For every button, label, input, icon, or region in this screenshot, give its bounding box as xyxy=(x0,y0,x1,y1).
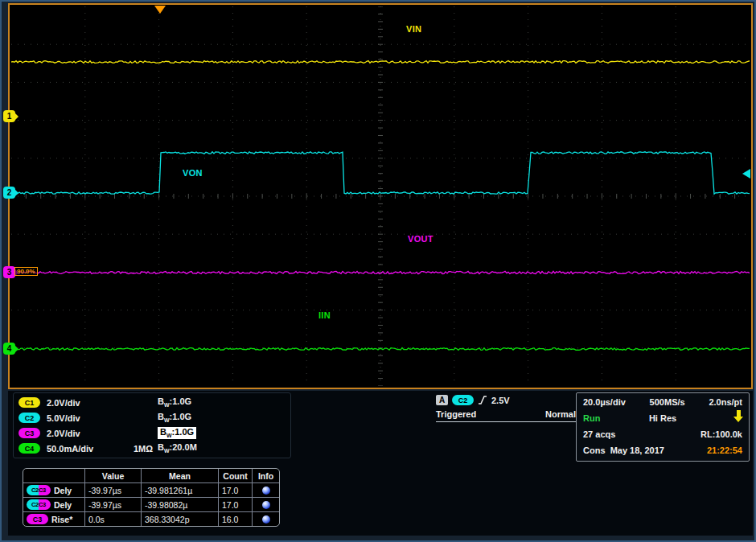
measurement-table: Value Mean Count Info C2C3 Dely -39.97µs… xyxy=(23,468,280,527)
ch2-right-edge-indicator-icon xyxy=(738,169,750,179)
trace-vout xyxy=(11,271,750,273)
channel-3-badge[interactable]: 3 xyxy=(3,266,15,278)
trace-label-vout: VOUT xyxy=(408,234,433,244)
c1-scale: 2.0V/div xyxy=(47,398,124,408)
measurement-info[interactable] xyxy=(252,497,279,511)
measurement-count: 17.0 xyxy=(218,497,252,511)
measurement-mean: -39.98082µ xyxy=(141,497,218,511)
col-header-info: Info xyxy=(252,469,279,482)
channel-4-badge[interactable]: 4 xyxy=(3,343,15,355)
measurement-value: -39.97µs xyxy=(84,482,141,497)
col-header-count: Count xyxy=(218,469,252,482)
measurement-row-label[interactable]: C3 Rise* xyxy=(23,511,84,526)
c2c3-badge: C2C3 xyxy=(27,485,51,495)
timebase-row: 20.0µs/div 500MS/s 2.0ns/pt xyxy=(583,394,742,410)
info-icon[interactable] xyxy=(262,501,270,509)
info-icon[interactable] xyxy=(262,515,270,524)
trigger-level: 2.5V xyxy=(491,396,510,405)
channel-2-badge[interactable]: 2 xyxy=(3,187,15,199)
horizontal-acquisition-panel[interactable]: 20.0µs/div 500MS/s 2.0ns/pt Run Hi Res 2… xyxy=(576,392,750,462)
trace-label-iin: IIN xyxy=(318,310,331,320)
c2-scale: 5.0V/div xyxy=(47,413,124,423)
trigger-a-badge: A xyxy=(436,395,448,405)
channel-1-marker[interactable]: 1 xyxy=(3,110,23,122)
c4-bandwidth: BW:20.0M xyxy=(158,442,197,454)
measurement-count: 16.0 xyxy=(218,511,252,526)
measurement-count: 17.0 xyxy=(218,482,252,497)
channel-readout-c4[interactable]: C4 50.0mA/div 1MΩ BW:20.0M xyxy=(18,441,286,456)
trigger-position-marker[interactable] xyxy=(154,6,166,14)
measurement-info[interactable] xyxy=(252,482,279,497)
waveform-graticule xyxy=(11,6,750,386)
c3-badge: C3 xyxy=(27,514,48,524)
c1-bandwidth: BW:1.0G xyxy=(158,396,191,408)
measurement-info[interactable] xyxy=(252,511,279,526)
channel-2-arrow-icon xyxy=(14,189,23,197)
cons-date: Cons May 18, 2017 xyxy=(583,446,664,455)
run-status: Run xyxy=(583,413,600,423)
status-bar: C1 2.0V/div BW:1.0G C2 5.0V/div BW:1.0G … xyxy=(8,391,753,536)
reference-level-annotation: 90.0% xyxy=(14,267,38,276)
c4-impedance: 1MΩ xyxy=(124,444,153,454)
col-header-mean: Mean xyxy=(141,469,218,482)
channel-readouts-panel: C1 2.0V/div BW:1.0G C2 5.0V/div BW:1.0G … xyxy=(13,392,291,458)
c4-scale: 50.0mA/div xyxy=(47,444,124,454)
acq-count-row: 27 acqs RL:100.0k xyxy=(583,426,742,442)
c3-scale: 2.0V/div xyxy=(47,429,124,438)
c3-bandwidth-selected[interactable]: BW:1.0G xyxy=(158,427,196,438)
trigger-status-row: Triggered Normal xyxy=(436,407,577,422)
trigger-status: Triggered xyxy=(436,409,476,419)
channel-4-arrow-icon xyxy=(14,345,23,353)
c2-bandwidth: BW:1.0G xyxy=(158,412,191,423)
measurement-name: Dely xyxy=(54,486,72,495)
marker-down-icon xyxy=(737,410,741,417)
measurement-value: 0.0s xyxy=(84,511,141,526)
rising-edge-icon xyxy=(478,395,487,405)
channel-2-marker[interactable]: 2 xyxy=(3,187,23,199)
channel-1-badge[interactable]: 1 xyxy=(3,110,15,122)
c4-badge[interactable]: C4 xyxy=(18,443,40,454)
trace-label-vin: VIN xyxy=(406,24,421,34)
col-header-value: Value xyxy=(84,469,141,482)
trigger-source-badge[interactable]: C2 xyxy=(452,395,474,405)
oscilloscope-screen: 1 2 3 4 90.0% VIN VON VOUT IIN C1 2.0V/d… xyxy=(0,0,756,542)
col-header-blank xyxy=(23,469,84,482)
channel-readout-c1[interactable]: C1 2.0V/div BW:1.0G xyxy=(18,395,286,410)
measurement-mean: 368.33042p xyxy=(141,511,218,526)
c2-badge[interactable]: C2 xyxy=(18,413,40,423)
sample-resolution: 2.0ns/pt xyxy=(709,397,742,407)
timebase: 20.0µs/div xyxy=(583,397,626,407)
trigger-mode: Normal xyxy=(545,409,576,419)
measurement-mean: -39.981261µ xyxy=(141,482,218,497)
c1-badge[interactable]: C1 xyxy=(18,397,40,408)
channel-1-arrow-icon xyxy=(14,113,23,121)
sample-rate: 500MS/s xyxy=(650,397,685,407)
measurement-name: Rise* xyxy=(51,515,72,524)
channel-4-marker[interactable]: 4 xyxy=(3,343,23,355)
acq-count: 27 acqs xyxy=(583,429,615,439)
clock-time: 21:22:54 xyxy=(707,446,742,455)
trigger-settings-row: A C2 2.5V xyxy=(436,395,577,405)
trigger-readout-panel[interactable]: A C2 2.5V Triggered Normal xyxy=(436,395,577,422)
measurement-row-label[interactable]: C2C3 Dely xyxy=(23,482,84,497)
c2c3-badge: C2C3 xyxy=(27,499,51,510)
run-status-row: Run Hi Res xyxy=(583,410,742,426)
date-time-row: Cons May 18, 2017 21:22:54 xyxy=(583,442,742,458)
measurement-value: -39.97µs xyxy=(84,497,141,511)
trace-iin xyxy=(11,348,750,351)
trace-vin xyxy=(11,61,750,64)
c3-badge[interactable]: C3 xyxy=(18,428,40,438)
acq-mode: Hi Res xyxy=(583,413,742,423)
waveform-display: 1 2 3 4 90.0% VIN VON VOUT IIN xyxy=(8,3,753,389)
measurement-row-label[interactable]: C2C3 Dely xyxy=(23,497,84,511)
measurement-name: Dely xyxy=(54,500,72,510)
channel-readout-c3[interactable]: C3 2.0V/div BW:1.0G xyxy=(18,425,286,441)
record-length: RL:100.0k xyxy=(701,429,742,439)
info-icon[interactable] xyxy=(262,487,270,495)
channel-readout-c2[interactable]: C2 5.0V/div BW:1.0G xyxy=(18,410,286,425)
trace-label-von: VON xyxy=(183,168,203,178)
